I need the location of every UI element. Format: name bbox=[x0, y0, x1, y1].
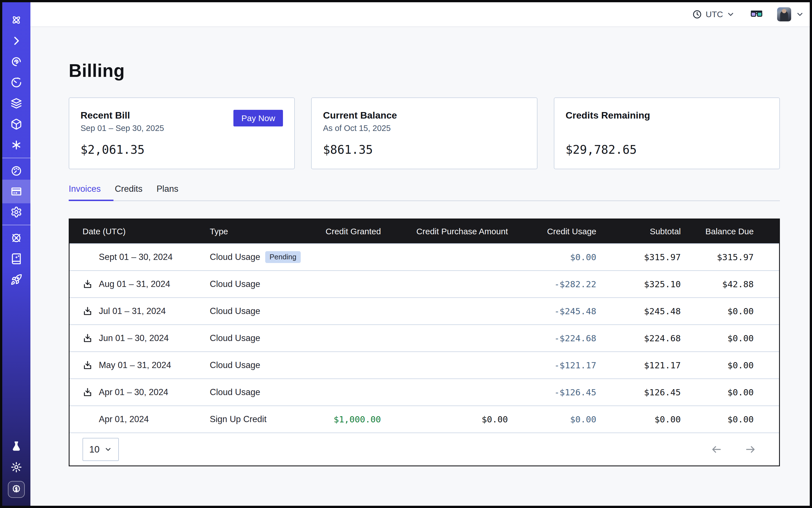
subtotal-value: $121.17 bbox=[602, 360, 686, 370]
credit-usage-value: -$224.68 bbox=[514, 333, 602, 343]
invoice-type: Cloud Usage bbox=[210, 360, 317, 370]
credit-usage-value: -$121.17 bbox=[514, 360, 602, 370]
card-title: Recent Bill bbox=[81, 110, 164, 121]
arrow-left-icon[interactable] bbox=[710, 444, 723, 455]
sidebar-divider bbox=[2, 225, 31, 225]
asterisk-icon[interactable] bbox=[10, 138, 23, 152]
subtotal-value: $0.00 bbox=[602, 414, 686, 424]
layers-icon[interactable] bbox=[10, 97, 23, 110]
tab-invoices[interactable]: Invoices bbox=[69, 184, 114, 201]
table-row: Apr 01 – 30, 2024 Cloud Usage -$126.45 $… bbox=[70, 378, 779, 406]
cube-icon[interactable] bbox=[10, 118, 23, 131]
arrow-right-icon[interactable] bbox=[743, 444, 757, 455]
table-row: Sept 01 – 30, 2024 Cloud UsagePending $0… bbox=[70, 243, 779, 270]
credits-remaining-card: Credits Remaining $29,782.65 bbox=[554, 97, 780, 169]
card-subtitle: Sep 01 – Sep 30, 2025 bbox=[81, 124, 164, 134]
balance-due-value: $0.00 bbox=[686, 387, 779, 397]
tab-plans[interactable]: Plans bbox=[157, 184, 191, 201]
collapse-chevron-icon[interactable] bbox=[10, 34, 23, 47]
flask-icon[interactable] bbox=[10, 440, 23, 453]
balance-due-value: $0.00 bbox=[686, 333, 779, 343]
ship-wheel-icon[interactable] bbox=[10, 231, 23, 245]
logo-icon[interactable] bbox=[10, 13, 23, 27]
subtotal-value: $126.45 bbox=[602, 387, 686, 397]
app-window: UTC Billing Recent Bill bbox=[0, 0, 812, 508]
timezone-label: UTC bbox=[706, 9, 723, 19]
main-area: UTC Billing Recent Bill bbox=[31, 2, 810, 506]
invoice-type: Sign Up Credit bbox=[210, 414, 317, 424]
avatar[interactable] bbox=[777, 7, 791, 22]
subtotal-value: $224.68 bbox=[602, 333, 686, 343]
invoice-type: Cloud Usage bbox=[210, 252, 260, 262]
billing-tabs: Invoices Credits Plans bbox=[69, 184, 780, 201]
download-icon bbox=[83, 360, 93, 370]
clock-icon bbox=[692, 9, 702, 19]
cyclone-icon[interactable] bbox=[10, 55, 23, 68]
timezone-selector[interactable]: UTC bbox=[692, 9, 735, 19]
table-row: Apr 01, 2024 Sign Up Credit $1,000.00 $0… bbox=[70, 406, 779, 432]
settings-gear-icon[interactable] bbox=[10, 206, 23, 218]
chevron-down-icon bbox=[104, 446, 112, 453]
column-header-credit-purchase: Credit Purchase Amount bbox=[387, 227, 514, 236]
timer-icon[interactable] bbox=[10, 76, 23, 89]
recent-bill-card: Recent Bill Sep 01 – Sep 30, 2025 Pay No… bbox=[69, 97, 295, 169]
invoice-type: Cloud Usage bbox=[210, 306, 317, 316]
column-header-date: Date (UTC) bbox=[70, 227, 210, 236]
sun-icon[interactable] bbox=[10, 461, 23, 474]
credit-usage-value: $0.00 bbox=[514, 414, 602, 424]
table-row: May 01 – 31, 2024 Cloud Usage -$121.17 $… bbox=[70, 351, 779, 378]
table-row: Jul 01 – 31, 2024 Cloud Usage -$245.48 $… bbox=[70, 297, 779, 325]
table-row: Jun 01 – 30, 2024 Cloud Usage -$224.68 $… bbox=[70, 325, 779, 351]
balance-due-value: $42.88 bbox=[686, 279, 779, 289]
card-amount: $2,061.35 bbox=[81, 143, 283, 157]
invoice-type: Cloud Usage bbox=[210, 279, 317, 289]
docs-book-icon[interactable] bbox=[10, 252, 23, 265]
card-subtitle: As of Oct 15, 2025 bbox=[323, 124, 397, 134]
3d-glasses-icon[interactable] bbox=[750, 9, 763, 20]
table-header: Date (UTC) Type Credit Granted Credit Pu… bbox=[70, 219, 779, 243]
table-pagination: 10 bbox=[70, 432, 779, 465]
current-balance-card: Current Balance As of Oct 15, 2025 $861.… bbox=[311, 97, 537, 169]
invoice-date: Apr 01, 2024 bbox=[99, 414, 149, 424]
card-title: Current Balance bbox=[323, 110, 397, 121]
credit-purchase-value: $0.00 bbox=[387, 414, 514, 424]
chevron-down-icon[interactable] bbox=[796, 10, 804, 18]
table-row: Aug 01 – 31, 2024 Cloud Usage -$282.22 $… bbox=[70, 270, 779, 297]
page-title: Billing bbox=[69, 60, 780, 81]
page-size-select[interactable]: 10 bbox=[83, 438, 119, 461]
subtotal-value: $245.48 bbox=[602, 306, 686, 316]
sidebar-item-billing[interactable] bbox=[2, 180, 31, 203]
invoice-date: May 01 – 31, 2024 bbox=[99, 360, 171, 370]
download-icon bbox=[83, 306, 93, 316]
balance-due-value: $0.00 bbox=[686, 306, 779, 316]
download-invoice-button[interactable] bbox=[83, 306, 99, 316]
invoice-date: Jun 01 – 30, 2024 bbox=[99, 333, 169, 343]
topbar: UTC bbox=[31, 2, 810, 27]
card-subtitle bbox=[566, 124, 650, 134]
credit-usage-value: $0.00 bbox=[514, 252, 602, 262]
billing-card-icon bbox=[10, 185, 23, 198]
summary-cards: Recent Bill Sep 01 – Sep 30, 2025 Pay No… bbox=[69, 97, 780, 169]
subtotal-value: $325.10 bbox=[602, 279, 686, 289]
download-invoice-button[interactable] bbox=[83, 387, 99, 397]
tab-credits[interactable]: Credits bbox=[115, 184, 155, 201]
balance-due-value: $0.00 bbox=[686, 414, 779, 424]
column-header-credit-usage: Credit Usage bbox=[514, 227, 602, 236]
download-invoice-button[interactable] bbox=[83, 360, 99, 370]
pay-now-button[interactable]: Pay Now bbox=[233, 110, 283, 126]
download-invoice-button[interactable] bbox=[83, 333, 99, 343]
card-amount: $861.35 bbox=[323, 143, 525, 157]
download-invoice-button[interactable] bbox=[83, 279, 99, 289]
column-header-type: Type bbox=[210, 227, 317, 236]
invoice-type: Cloud Usage bbox=[210, 333, 317, 343]
invoice-date: Aug 01 – 31, 2024 bbox=[99, 279, 170, 289]
credits-coin-button[interactable] bbox=[8, 481, 25, 498]
download-icon bbox=[83, 333, 93, 343]
balance-due-value: $0.00 bbox=[686, 360, 779, 370]
page-size-value: 10 bbox=[89, 444, 100, 455]
credits-coin-icon bbox=[11, 484, 22, 495]
rocket-icon[interactable] bbox=[10, 273, 23, 286]
credit-usage-value: -$126.45 bbox=[514, 387, 602, 397]
status-badge: Pending bbox=[265, 251, 300, 263]
gauge-icon[interactable] bbox=[10, 164, 23, 177]
